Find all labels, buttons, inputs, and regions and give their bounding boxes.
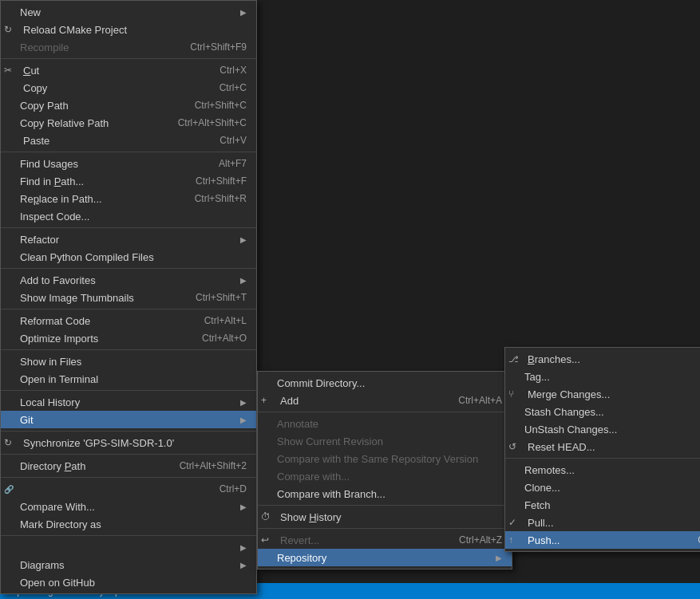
menu-item-directory-path[interactable]: Directory Path Ctrl+Alt+Shift+2 — [1, 457, 256, 475]
menu-item-diagrams[interactable]: ▶ — [1, 538, 256, 556]
menu-item-local-history[interactable]: Local History ▶ — [1, 393, 256, 411]
compare-icon: 🔗 — [4, 485, 20, 494]
separator-3 — [1, 227, 256, 228]
menu-item-commit-directory[interactable]: Commit Directory... — [258, 374, 512, 392]
menu-item-show-in-files[interactable]: Show in Files — [1, 353, 256, 370]
menu-item-remove-bom[interactable]: Mark Directory as — [1, 515, 256, 533]
menu-item-merge-changes[interactable]: ⑂ Merge Changes... — [505, 385, 700, 403]
revert-icon: ↩ — [261, 534, 277, 546]
menu-item-add[interactable]: + Add Ctrl+Alt+A — [258, 392, 512, 409]
menu-item-git[interactable]: Git ▶ — [1, 411, 256, 428]
menu-item-remotes[interactable]: Remotes... — [505, 461, 700, 479]
push-icon: ↑ — [508, 534, 524, 546]
menu-item-find-usages[interactable]: Find Usages Alt+F7 — [1, 155, 256, 172]
menu-item-new[interactable]: New ▶ — [1, 3, 256, 21]
separator-6 — [1, 349, 256, 350]
menu-item-copy-path[interactable]: Copy Path Ctrl+Shift+C — [1, 97, 256, 114]
separator-1 — [258, 412, 512, 412]
separator-2 — [258, 505, 512, 506]
separator-1 — [1, 58, 256, 59]
submenu-arrow: ▶ — [496, 554, 502, 562]
menu-item-branches[interactable]: ⎇ Branches... Ctrl+Shift+` — [505, 350, 700, 368]
separator-4 — [1, 268, 256, 269]
menu-item-show-history[interactable]: ⏱ Show History — [258, 508, 512, 526]
submenu-arrow: ▶ — [240, 8, 247, 17]
menu-item-paste[interactable]: Paste Ctrl+V — [1, 132, 256, 149]
menu-item-revert[interactable]: ↩ Revert... Ctrl+Alt+Z — [258, 531, 512, 549]
menu-item-optimize-imports[interactable]: Optimize Imports Ctrl+Alt+O — [1, 329, 256, 347]
separator-1 — [505, 458, 700, 459]
sync-icon: ↻ — [4, 437, 20, 448]
submenu-arrow: ▶ — [240, 543, 247, 552]
submenu-arrow: ▶ — [240, 398, 247, 407]
submenu-arrow: ▶ — [240, 561, 247, 569]
pull-icon: ✓ — [508, 517, 524, 528]
menu-item-compare-with[interactable]: 🔗 Ctrl+D — [1, 480, 256, 498]
menu-item-cut[interactable]: ✂ Cut Ctrl+X — [1, 61, 256, 79]
submenu-arrow: ▶ — [240, 416, 247, 424]
menu-item-reformat-code[interactable]: Reformat Code Ctrl+Alt+L — [1, 312, 256, 329]
git-submenu: Commit Directory... + Add Ctrl+Alt+A Ann… — [257, 371, 512, 569]
separator-3 — [258, 528, 512, 529]
main-context-menu: New ▶ ↻ Reload CMake Project Recompile C… — [0, 0, 257, 594]
branch-icon: ⎇ — [508, 354, 524, 365]
cut-icon: ✂ — [4, 65, 20, 76]
menu-item-recompile[interactable]: Recompile Ctrl+Shift+F9 — [1, 38, 256, 56]
menu-item-annotate[interactable]: Annotate — [258, 415, 512, 432]
menu-item-add-favorites[interactable]: Add to Favorites ▶ — [1, 271, 256, 289]
separator-7 — [1, 390, 256, 391]
menu-item-replace-in-path[interactable]: Replace in Path... Ctrl+Shift+R — [1, 190, 256, 207]
menu-item-tag[interactable]: Tag... — [505, 368, 700, 385]
separator-11 — [1, 535, 256, 536]
reset-icon: ↺ — [508, 441, 524, 452]
add-icon: + — [261, 395, 277, 406]
submenu-arrow: ▶ — [240, 235, 247, 244]
menu-item-push[interactable]: ↑ Push... Ctrl+Shift+K — [505, 531, 700, 549]
separator-9 — [1, 454, 256, 455]
menu-item-mark-directory-as[interactable]: Compare With... ▶ — [1, 498, 256, 515]
menu-item-show-current-revision[interactable]: Show Current Revision — [258, 432, 512, 450]
submenu-arrow: ▶ — [240, 276, 247, 285]
menu-item-create-gist[interactable]: Open on GitHub — [1, 573, 256, 591]
menu-item-compare-same-repo[interactable]: Compare with the Same Repository Version — [258, 450, 512, 467]
merge-icon: ⑂ — [508, 388, 524, 400]
menu-item-show-image-thumbnails[interactable]: Show Image Thumbnails Ctrl+Shift+T — [1, 289, 256, 306]
menu-item-compare-with-git[interactable]: Compare with... — [258, 467, 512, 485]
separator-5 — [1, 309, 256, 309]
menu-item-stash-changes[interactable]: Stash Changes... — [505, 403, 700, 420]
menu-item-open-on-github[interactable]: Diagrams ▶ — [1, 556, 256, 573]
menu-item-unstash-changes[interactable]: UnStash Changes... — [505, 420, 700, 438]
menu-item-clean-python[interactable]: Clean Python Compiled Files — [1, 248, 256, 266]
menu-item-open-in-terminal[interactable]: Open in Terminal — [1, 370, 256, 388]
repository-submenu: ⎇ Branches... Ctrl+Shift+` Tag... ⑂ Merg… — [504, 347, 700, 552]
separator-2 — [1, 152, 256, 152]
submenu-arrow: ▶ — [240, 502, 247, 511]
menu-item-inspect-code[interactable]: Inspect Code... — [1, 207, 256, 225]
menu-item-pull[interactable]: ✓ Pull... — [505, 514, 700, 531]
separator-8 — [1, 431, 256, 432]
menu-item-synchronize[interactable]: ↻ Synchronize 'GPS-SIM-SDR-1.0' — [1, 434, 256, 451]
menu-item-repository[interactable]: Repository ▶ — [258, 549, 512, 566]
menu-item-copy-relative-path[interactable]: Copy Relative Path Ctrl+Alt+Shift+C — [1, 114, 256, 132]
reload-icon: ↻ — [4, 24, 20, 35]
menu-item-reset-head[interactable]: ↺ Reset HEAD... — [505, 438, 700, 455]
menu-item-refactor[interactable]: Refactor ▶ — [1, 231, 256, 248]
menu-item-reload-cmake[interactable]: ↻ Reload CMake Project — [1, 21, 256, 38]
history-icon: ⏱ — [261, 511, 277, 522]
menu-item-find-in-path[interactable]: Find in Path... Ctrl+Shift+F — [1, 172, 256, 190]
separator-10 — [1, 477, 256, 478]
menu-item-compare-with-branch[interactable]: Compare with Branch... — [258, 485, 512, 502]
menu-item-copy[interactable]: Copy Ctrl+C — [1, 79, 256, 97]
menu-item-fetch[interactable]: Fetch — [505, 496, 700, 514]
menu-item-clone[interactable]: Clone... — [505, 479, 700, 496]
